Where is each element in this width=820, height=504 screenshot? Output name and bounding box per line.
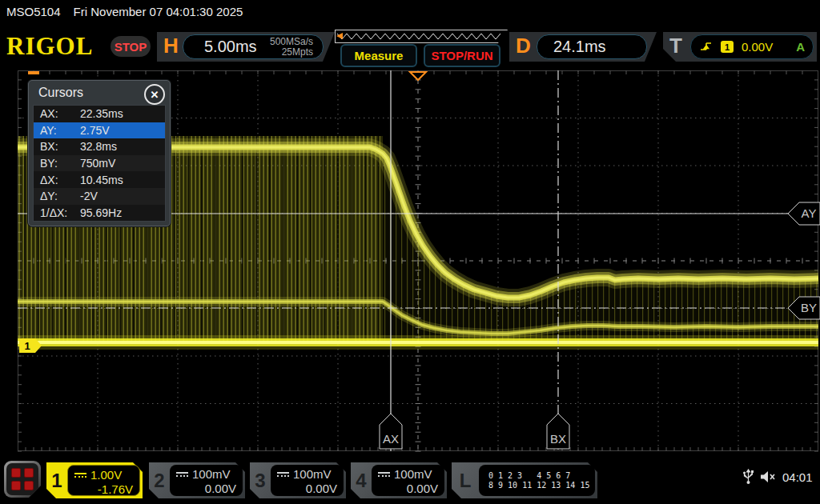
- cursor-row-dx[interactable]: ΔX:10.45ms: [34, 171, 165, 188]
- channel3-offset: 0.00V: [277, 482, 337, 496]
- menu-square: [24, 481, 34, 490]
- channel2-box[interactable]: 2 100mV 0.00V: [149, 462, 245, 498]
- logic-label: L: [452, 462, 479, 498]
- trigger-position-icon[interactable]: [410, 72, 426, 80]
- horizontal-position-icon: [28, 71, 39, 74]
- cursor-bx-tag-label: BX: [550, 432, 566, 446]
- acquisition-rates: 500MSa/s 25Mpts: [270, 37, 313, 58]
- cursor-row-label: BY:: [40, 157, 80, 170]
- datetime-text: Fri November 07 04:01:30 2025: [74, 5, 243, 18]
- timebase-box[interactable]: 5.00ms 500MSa/s 25Mpts: [183, 34, 324, 59]
- model-name: MSO5104: [6, 5, 61, 18]
- channel3-box[interactable]: 3 100mV 0.00V: [250, 462, 346, 498]
- delay-value: 24.1ms: [553, 38, 606, 56]
- channel4-offset: 0.00V: [378, 482, 438, 496]
- cursor-row-value: 32.8ms: [80, 140, 117, 153]
- cursor-row-label: 1/ΔX:: [40, 206, 80, 219]
- overview-position-icon: [336, 33, 343, 39]
- dc-coupling-icon: [378, 472, 390, 477]
- cursor-row-label: AX:: [40, 107, 80, 120]
- trigger-source-badge: 1: [721, 41, 734, 53]
- rigol-logo: RIGOL: [6, 32, 93, 61]
- close-icon[interactable]: ✕: [144, 84, 165, 105]
- trigger-level: 0.00V: [742, 40, 773, 54]
- dc-coupling-icon: [74, 473, 86, 478]
- system-status-area: 04:01: [743, 469, 813, 485]
- cursor-row-label: BX:: [40, 140, 80, 153]
- cursor-row-value: 10.45ms: [80, 174, 123, 186]
- cursor-row-value: 95.69Hz: [80, 206, 122, 219]
- delay-label: D: [516, 34, 531, 58]
- cursor-readout-list: AX:22.35ms AY:2.75V BX:32.8ms BY:750mV Δ…: [33, 105, 166, 222]
- cursor-row-label: ΔY:: [40, 190, 80, 202]
- run-state-badge[interactable]: STOP: [111, 36, 151, 57]
- timebase-value: 5.00ms: [204, 38, 257, 56]
- channel1-number: 1: [46, 462, 67, 498]
- cursor-by-tag-label: BY: [801, 301, 817, 314]
- menu-square: [11, 468, 21, 478]
- delay-group[interactable]: D 24.1ms: [509, 32, 657, 62]
- channel2-scale: 100mV: [192, 467, 231, 482]
- channel3-readout: 100mV 0.00V: [271, 465, 344, 496]
- cursor-row-value: 750mV: [80, 157, 115, 170]
- cursor-row-freq[interactable]: 1/ΔX:95.69Hz: [34, 205, 165, 222]
- ch1-decay-body: [383, 154, 818, 341]
- sample-rate: 500MSa/s: [270, 36, 313, 47]
- memory-depth: 25Mpts: [282, 46, 313, 58]
- cursor-row-by[interactable]: BY:750mV: [34, 155, 165, 172]
- logic-row1: 0 1 2 3 4 5 6 7: [488, 471, 595, 481]
- channel1-readout: 1.00V -1.76V: [67, 465, 140, 496]
- cursor-row-value: -2V: [80, 190, 98, 202]
- cursor-ax-tag-label: AX: [383, 432, 399, 446]
- horizontal-label: H: [163, 34, 179, 58]
- trigger-label: T: [669, 34, 682, 58]
- stop-run-button[interactable]: STOP/RUN: [424, 44, 500, 67]
- measure-button[interactable]: Measure: [340, 44, 417, 67]
- channel4-scale: 100mV: [394, 467, 432, 482]
- waveform-overview-strip[interactable]: [335, 30, 508, 43]
- trigger-box[interactable]: 1 0.00V A: [690, 34, 814, 59]
- cursor-ay-tag-label: AY: [802, 206, 817, 220]
- channel4-readout: 100mV 0.00V: [372, 465, 444, 496]
- cursors-panel[interactable]: Cursors ✕ AX:22.35ms AY:2.75V BX:32.8ms …: [28, 80, 171, 226]
- channel4-number: 4: [351, 462, 372, 498]
- channel4-box[interactable]: 4 100mV 0.00V: [351, 462, 447, 498]
- falling-edge-icon: [699, 42, 713, 52]
- logic-row2: 8 9 10 11 12 13 14 15: [488, 481, 595, 490]
- usb-icon: [743, 469, 754, 485]
- channel3-number: 3: [250, 462, 271, 498]
- cursor-row-ay[interactable]: AY:2.75V: [34, 122, 165, 139]
- channel2-offset: 0.00V: [176, 482, 236, 496]
- delay-box[interactable]: 24.1ms: [537, 34, 647, 59]
- menu-button[interactable]: [4, 461, 41, 498]
- header-bar: MSO5104 Fri November 07 04:01:30 2025: [6, 5, 243, 18]
- channel3-scale: 100mV: [293, 467, 332, 482]
- cursor-row-label: ΔX:: [40, 174, 80, 186]
- horizontal-settings-group[interactable]: H 5.00ms 500MSa/s 25Mpts: [157, 32, 335, 62]
- menu-square: [24, 468, 34, 478]
- channel2-readout: 100mV 0.00V: [170, 465, 243, 496]
- channel1-marker-label: 1: [24, 340, 30, 352]
- channel2-number: 2: [149, 462, 170, 498]
- overview-zigzag-icon: [336, 31, 505, 42]
- logic-channels-box[interactable]: L 0 1 2 3 4 5 6 7 8 9 10 11 12 13 14 15: [452, 462, 597, 498]
- trigger-group[interactable]: T 1 0.00V A: [663, 32, 817, 62]
- channel1-scale: 1.00V: [90, 468, 122, 482]
- dc-coupling-icon: [277, 472, 289, 477]
- cursor-row-value: 22.35ms: [80, 107, 123, 120]
- cursor-row-ax[interactable]: AX:22.35ms: [34, 106, 165, 122]
- logic-channel-list: 0 1 2 3 4 5 6 7 8 9 10 11 12 13 14 15: [479, 465, 595, 496]
- cursor-row-bx[interactable]: BX:32.8ms: [34, 138, 165, 155]
- channel1-box[interactable]: 1 1.00V -1.76V: [46, 462, 143, 498]
- menu-square: [11, 481, 21, 490]
- cursor-row-label: AY:: [40, 124, 80, 137]
- mute-speaker-icon[interactable]: [760, 470, 776, 483]
- trigger-mode: A: [796, 40, 805, 54]
- clock-text: 04:01: [782, 470, 813, 484]
- oscilloscope-screen: MSO5104 Fri November 07 04:01:30 2025 RI…: [0, 0, 820, 504]
- channel1-offset: -1.76V: [74, 482, 133, 497]
- cursor-row-value: 2.75V: [80, 124, 110, 137]
- dc-coupling-icon: [176, 472, 188, 477]
- cursor-row-dy[interactable]: ΔY:-2V: [34, 188, 165, 205]
- menu-grid-icon: [6, 463, 38, 495]
